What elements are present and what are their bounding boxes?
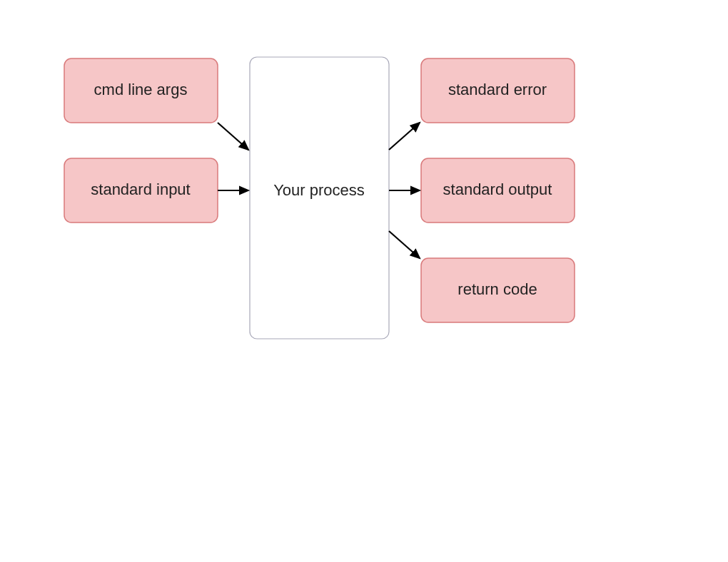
arrow-process-to-stderr bbox=[389, 123, 420, 150]
retcode-label: return code bbox=[457, 280, 537, 298]
cmdline-label: cmd line args bbox=[94, 81, 188, 98]
arrow-cmdline-to-process bbox=[218, 123, 248, 150]
process-label: Your process bbox=[273, 181, 365, 199]
process-io-diagram: Your process cmd line args standard inpu… bbox=[0, 0, 728, 562]
stderr-label: standard error bbox=[448, 81, 547, 98]
stdin-label: standard input bbox=[91, 180, 190, 198]
arrow-process-to-retcode bbox=[389, 231, 420, 258]
stdout-label: standard output bbox=[443, 180, 552, 198]
